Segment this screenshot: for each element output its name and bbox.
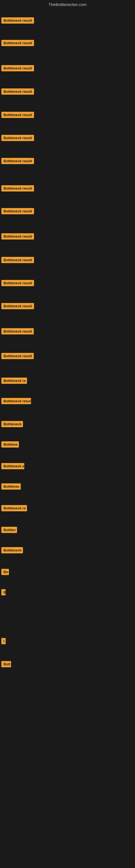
bottleneck-label: Bottleneck result: [1, 208, 34, 214]
bottleneck-item: Bottleneck re: [1, 378, 27, 385]
bottleneck-label: Bottlenec: [1, 484, 21, 490]
bottleneck-item: B: [1, 589, 6, 596]
bottleneck-item: Bott: [1, 661, 11, 669]
bottleneck-label: Bottleneck result: [1, 280, 34, 286]
bottleneck-label: Bottleneck result: [1, 328, 34, 335]
bottleneck-item: Bottleneck result: [1, 208, 34, 215]
bottleneck-item: Bottleneck result: [1, 328, 34, 336]
bottleneck-label: Bott: [1, 661, 11, 667]
bottleneck-item: Bottleneck result: [1, 112, 34, 119]
bottleneck-item: Bo: [1, 569, 9, 576]
bottleneck-item: Bottleneck result: [1, 398, 31, 405]
bottleneck-label: B: [1, 589, 6, 595]
bottleneck-label: Bottleneck re: [1, 505, 27, 511]
bottleneck-label: Bo: [1, 569, 9, 575]
bottleneck-label: Bottlen: [1, 527, 17, 533]
bottleneck-item: Bottlene: [1, 441, 19, 448]
bottleneck-label: Bottleneck result: [1, 398, 31, 404]
bottleneck-item: Bottleneck re: [1, 505, 27, 513]
bottleneck-item: Bottleneck result: [1, 257, 34, 264]
bottleneck-label: Bottleneck result: [1, 65, 34, 71]
bottleneck-label: Bottleneck: [1, 547, 23, 553]
bottleneck-label: Bottlene: [1, 441, 19, 447]
bottleneck-label: Bottleneck result: [1, 88, 34, 95]
bottleneck-item: I: [1, 638, 6, 645]
bottleneck-item: Bottleneck: [1, 547, 23, 554]
bottleneck-item: Bottleneck result: [1, 158, 34, 165]
page-header: TheBottlenecker.com: [0, 0, 135, 10]
bottleneck-item: Bottleneck result: [1, 303, 34, 310]
bottleneck-item: Bottleneck result: [1, 18, 34, 25]
bottleneck-label: Bottleneck result: [1, 40, 34, 46]
bottleneck-label: Bottleneck result: [1, 233, 34, 240]
bottleneck-label: Bottleneck: [1, 421, 23, 427]
bottleneck-item: Bottleneck e: [1, 463, 24, 470]
bottleneck-label: Bottleneck e: [1, 463, 24, 469]
bottleneck-label: Bottleneck result: [1, 18, 34, 24]
bottleneck-item: Bottleneck result: [1, 280, 34, 287]
bottleneck-label: Bottleneck result: [1, 185, 34, 191]
bottleneck-item: Bottleneck result: [1, 353, 34, 360]
bottleneck-item: Bottleneck result: [1, 135, 34, 142]
bottleneck-item: Bottleneck result: [1, 65, 34, 72]
bottleneck-label: Bottleneck re: [1, 378, 27, 384]
bottleneck-label: Bottleneck result: [1, 303, 34, 309]
site-title: TheBottlenecker.com: [0, 0, 135, 10]
bottleneck-label: Bottleneck result: [1, 257, 34, 263]
bottleneck-label: Bottleneck result: [1, 135, 34, 141]
bottleneck-item: Bottleneck: [1, 421, 23, 428]
bottleneck-item: Bottleneck result: [1, 233, 34, 241]
bottleneck-item: Bottleneck result: [1, 40, 34, 47]
bottleneck-label: Bottleneck result: [1, 112, 34, 118]
bottleneck-item: Bottleneck result: [1, 88, 34, 96]
bottleneck-item: Bottlen: [1, 527, 17, 534]
bottleneck-label: Bottleneck result: [1, 158, 34, 164]
bottleneck-label: Bottleneck result: [1, 353, 34, 359]
bottleneck-item: Bottleneck result: [1, 185, 34, 193]
bottleneck-label: I: [1, 638, 6, 644]
bottleneck-item: Bottlenec: [1, 484, 21, 491]
